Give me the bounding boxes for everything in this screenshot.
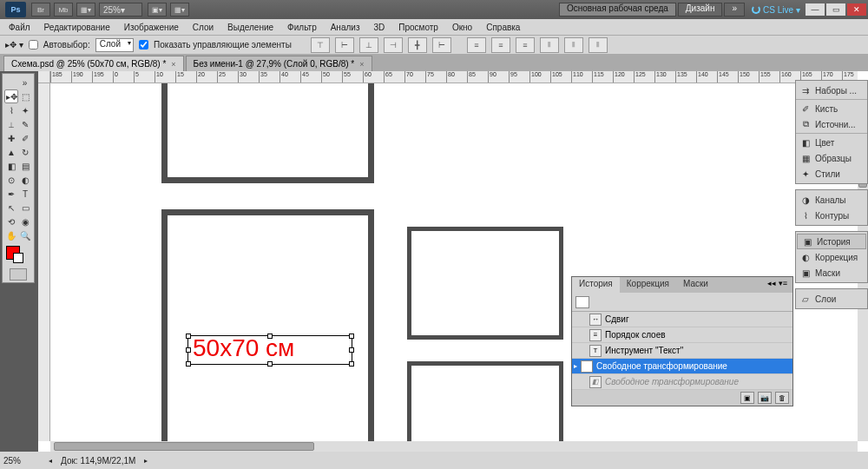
dock-item-channels[interactable]: ◑Каналы	[796, 192, 867, 208]
minimize-button[interactable]: —	[806, 3, 825, 16]
dock-item-clonesource[interactable]: ⧉Источни...	[796, 116, 867, 132]
dodge-tool[interactable]: ◐	[18, 173, 32, 187]
blur-tool[interactable]: ⊙	[4, 173, 18, 187]
dist-left-icon[interactable]: ⦀	[540, 37, 559, 53]
dock-item-brush[interactable]: ✐Кисть	[796, 101, 867, 116]
new-snapshot-icon[interactable]: 📷	[758, 392, 772, 404]
crop-tool[interactable]: ⟂	[4, 117, 18, 131]
marquee-tool[interactable]: ⬚	[18, 89, 32, 103]
dock-item-paths[interactable]: ⌇Контуры	[796, 208, 867, 223]
align-bottom-icon[interactable]: ⊥	[359, 37, 378, 53]
toolbox-collapse-icon[interactable]: »	[17, 76, 32, 89]
pen-tool[interactable]: ✒	[4, 187, 18, 201]
history-item[interactable]: ↔Сдвиг	[572, 312, 792, 327]
extras-icon[interactable]: ▦▾	[170, 3, 189, 17]
document-tab[interactable]: Без имени-1 @ 27,9% (Слой 0, RGB/8) *×	[186, 56, 372, 71]
text-layer[interactable]: 50x70 см	[191, 334, 296, 362]
hand-tool[interactable]: ✋	[4, 228, 18, 242]
workspace-more-button[interactable]: »	[724, 3, 745, 17]
menu-item[interactable]: Окно	[447, 21, 477, 34]
align-hcenter-icon[interactable]: ╋	[408, 37, 427, 53]
history-item[interactable]: ◧Свободное трансформирование	[572, 374, 792, 390]
menu-item[interactable]: Справка	[481, 21, 525, 34]
menu-item[interactable]: 3D	[368, 21, 390, 34]
dist-hcenter-icon[interactable]: ⦀	[564, 37, 583, 53]
transform-handle[interactable]	[349, 347, 354, 353]
dock-item-history[interactable]: ▣История	[797, 234, 866, 249]
panel-tab-adjust[interactable]: Коррекция	[620, 277, 676, 293]
tab-close-icon[interactable]: ×	[171, 60, 175, 69]
scrollbar-thumb[interactable]	[54, 442, 314, 451]
gradient-tool[interactable]: ▤	[18, 159, 32, 173]
history-brush-tool[interactable]: ↻	[18, 145, 32, 159]
align-top-icon[interactable]: ⊤	[311, 37, 330, 53]
autoselect-checkbox[interactable]	[29, 40, 38, 50]
heal-tool[interactable]: ✚	[4, 131, 18, 145]
horizontal-ruler[interactable]: 1851901950510152025303540455055606570758…	[50, 71, 858, 83]
align-right-icon[interactable]: ⊢	[432, 37, 451, 53]
menu-item[interactable]: Фильтр	[282, 21, 322, 34]
arrange-icon[interactable]: ▦▾	[76, 3, 95, 17]
zoom-dropdown[interactable]: 25% ▾	[99, 3, 142, 17]
menu-item[interactable]: Редактирование	[39, 21, 115, 34]
vertical-ruler[interactable]	[38, 83, 50, 441]
history-item[interactable]: ▸◧Свободное трансформирование	[572, 359, 792, 374]
shape-tool[interactable]: ▭	[18, 201, 32, 215]
dock-item-swatches[interactable]: ▦Образцы	[796, 150, 867, 166]
menu-item[interactable]: Анализ	[326, 21, 365, 34]
workspace-main-button[interactable]: Основная рабочая среда	[559, 3, 676, 17]
dock-item-toolpresets[interactable]: ⇉Наборы ...	[796, 83, 867, 98]
transform-handle[interactable]	[349, 361, 354, 367]
status-info-menu-icon[interactable]: ▸	[144, 457, 148, 465]
menu-item[interactable]: Изображение	[119, 21, 184, 34]
workspace-design-button[interactable]: Дизайн	[678, 3, 723, 17]
eyedropper-tool[interactable]: ✎	[18, 117, 32, 131]
zoom-tool[interactable]: 🔍	[18, 228, 32, 242]
menu-item[interactable]: Просмотр	[393, 21, 444, 34]
move-tool[interactable]: ▸✥	[4, 89, 18, 103]
show-controls-checkbox[interactable]	[139, 40, 148, 50]
history-snapshot-row[interactable]	[572, 293, 792, 312]
3d-camera-tool[interactable]: ◉	[18, 215, 32, 228]
new-doc-from-state-icon[interactable]: ▣	[740, 392, 754, 404]
panel-tab-history[interactable]: История	[572, 277, 620, 293]
dock-item-adjust[interactable]: ◐Коррекция	[796, 249, 867, 265]
brush-tool[interactable]: ✐	[18, 131, 32, 145]
mini-bridge-icon[interactable]: Mb	[54, 3, 73, 17]
maximize-button[interactable]: ▭	[826, 3, 845, 16]
wand-tool[interactable]: ✦	[18, 103, 32, 117]
dist-vcenter-icon[interactable]: ≡	[491, 37, 510, 53]
status-nav-icon[interactable]: ◂	[49, 457, 52, 465]
3d-tool[interactable]: ⟲	[4, 215, 18, 228]
delete-state-icon[interactable]: 🗑	[775, 392, 789, 404]
dist-right-icon[interactable]: ⦀	[589, 37, 608, 53]
horizontal-scrollbar[interactable]	[50, 441, 858, 452]
dist-top-icon[interactable]: ≡	[467, 37, 486, 53]
cslive-menu[interactable]: CS Live ▾	[752, 5, 800, 15]
dock-item-styles[interactable]: ✦Стили	[796, 166, 867, 182]
ruler-origin[interactable]	[38, 71, 50, 83]
status-zoom[interactable]: 25%	[3, 456, 40, 466]
quickmask-toggle[interactable]	[10, 268, 27, 281]
dock-item-masks[interactable]: ▣Маски	[796, 265, 867, 281]
dock-item-color[interactable]: ◧Цвет	[796, 135, 867, 150]
document-tab[interactable]: Схема.psd @ 25% (50x70 см, RGB/8) *×	[3, 56, 184, 71]
background-color[interactable]	[13, 253, 23, 263]
menu-item[interactable]: Слои	[187, 21, 219, 34]
close-button[interactable]: ✕	[847, 3, 866, 16]
transform-handle[interactable]	[349, 334, 354, 339]
stamp-tool[interactable]: ▲	[4, 145, 18, 159]
dock-item-layers[interactable]: ▱Слои	[796, 291, 867, 307]
path-tool[interactable]: ↖	[4, 201, 18, 215]
align-vcenter-icon[interactable]: ⊢	[335, 37, 354, 53]
lasso-tool[interactable]: ⌇	[4, 103, 18, 117]
history-item[interactable]: ≡Порядок слоев	[572, 327, 792, 343]
history-item[interactable]: TИнструмент "Текст"	[572, 343, 792, 359]
eraser-tool[interactable]: ◧	[4, 159, 18, 173]
panel-tab-masks[interactable]: Маски	[676, 277, 715, 293]
status-doc-info[interactable]: Док: 114,9M/22,1M	[61, 456, 135, 466]
screen-mode-icon[interactable]: ▣▾	[148, 3, 167, 17]
panel-menu-icon[interactable]: ◂◂ ▾≡	[762, 277, 792, 293]
type-tool[interactable]: T	[18, 187, 32, 201]
bridge-icon[interactable]: Br	[31, 3, 50, 17]
